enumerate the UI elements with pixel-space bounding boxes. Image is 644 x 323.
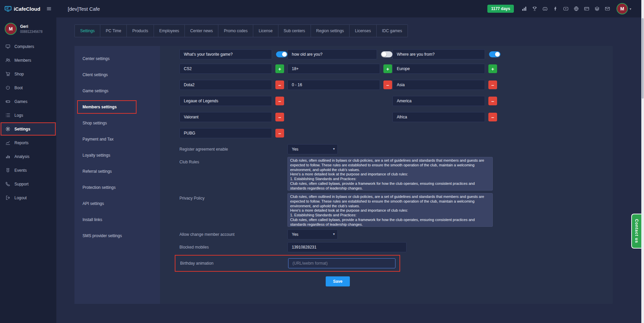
age-option-input[interactable]	[287, 80, 380, 90]
privacy-policy-textarea[interactable]: Club rules, often outlined in bylaws or …	[287, 193, 493, 227]
discord-icon[interactable]	[542, 6, 548, 11]
page-scrollbar[interactable]	[641, 0, 644, 323]
medal-icon	[5, 168, 11, 173]
remove-game-option-button[interactable]: –	[275, 129, 284, 138]
layers-icon[interactable]	[594, 6, 600, 11]
sidebar-item-logs[interactable]: Logs	[0, 108, 56, 122]
sidebar-item-computers[interactable]: Computers	[0, 40, 56, 53]
globe-icon[interactable]	[574, 6, 579, 11]
menu-install-links[interactable]: Install links	[74, 212, 160, 228]
user-menu-button[interactable]: M ▾	[616, 3, 631, 14]
question-region-toggle[interactable]	[489, 51, 500, 57]
menu-members-settings[interactable]: Members settings	[74, 99, 160, 115]
add-region-option-button[interactable]: +	[488, 64, 497, 73]
bank-card-icon[interactable]	[584, 6, 589, 11]
tab-promo-codes[interactable]: Promo codes	[218, 25, 253, 37]
remove-region-option-button[interactable]: –	[488, 80, 497, 89]
remove-age-option-button[interactable]: –	[383, 80, 392, 89]
club-rules-row: Club Rules Club rules, often outlined in…	[179, 157, 613, 191]
trophy-icon[interactable]	[532, 6, 537, 11]
game-option-input[interactable]	[179, 80, 272, 90]
remove-game-option-button[interactable]: –	[275, 113, 284, 121]
question-game-toggle[interactable]	[276, 51, 287, 57]
menu-api-settings[interactable]: API settings	[74, 196, 160, 212]
allow-change-select[interactable]: Yes	[287, 229, 338, 239]
region-option-input[interactable]	[392, 80, 485, 90]
member-questions-grid: + – – – –	[179, 49, 613, 144]
add-age-option-button[interactable]: +	[383, 64, 392, 73]
sidebar-item-shop[interactable]: Shop	[0, 67, 56, 81]
sidebar-item-label: Logout	[14, 196, 27, 200]
save-button[interactable]: Save	[326, 276, 350, 286]
game-option-input[interactable]	[179, 64, 272, 74]
tab-idc-games[interactable]: IDC games	[377, 25, 408, 37]
menu-shop-settings[interactable]: Shop settings	[74, 115, 160, 131]
menu-center-settings[interactable]: Center settings	[74, 51, 160, 67]
tab-region-settings[interactable]: Region settings	[311, 25, 350, 37]
allow-change-select-wrap: Yes ▾	[287, 229, 338, 239]
menu-loyalty-settings[interactable]: Loyalty settings	[74, 147, 160, 163]
game-option-input[interactable]	[179, 96, 272, 106]
sidebar-item-reports[interactable]: Reports	[0, 136, 56, 150]
question-game-input[interactable]	[179, 49, 272, 59]
sidebar-item-label: Support	[14, 182, 29, 186]
privacy-policy-label: Privacy Policy	[179, 193, 287, 201]
tab-products[interactable]: Products	[127, 25, 154, 37]
tab-licenses[interactable]: Licenses	[350, 25, 376, 37]
menu-sms-provider-settings[interactable]: SMS provider settings	[74, 228, 160, 244]
age-option-input[interactable]	[287, 64, 380, 74]
tab-pc-time[interactable]: PC Time	[100, 25, 127, 37]
remove-region-option-button[interactable]: –	[488, 113, 497, 121]
sidebar: M Geri 008812345678 Computers Members Sh…	[0, 17, 56, 323]
add-game-option-button[interactable]: +	[275, 64, 284, 73]
game-option-input[interactable]	[179, 128, 272, 138]
tab-center-news[interactable]: Center news	[185, 25, 218, 37]
register-agreement-select[interactable]: Yes	[287, 144, 338, 154]
sidebar-item-games[interactable]: Games	[0, 95, 56, 108]
club-rules-textarea[interactable]: Club rules, often outlined in bylaws or …	[287, 157, 493, 191]
tab-license[interactable]: License	[253, 25, 278, 37]
sidebar-item-boot[interactable]: Boot	[0, 81, 56, 95]
subscription-days-badge[interactable]: 1177 days	[487, 5, 514, 13]
menu-toggle-icon[interactable]	[46, 6, 52, 11]
region-option-input[interactable]	[392, 64, 485, 74]
header-left: iCafeCloud	[0, 6, 56, 12]
youtube-icon[interactable]	[563, 6, 569, 11]
main-content: Settings PC Time Products Employees Cent…	[56, 17, 644, 323]
contact-us-button[interactable]: Contact us	[631, 214, 641, 249]
stats-icon[interactable]	[522, 6, 527, 11]
sidebar-item-support[interactable]: Support	[0, 177, 56, 191]
page-scrollbar-thumb[interactable]	[642, 18, 644, 99]
blocked-mobiles-input[interactable]	[287, 242, 407, 252]
game-option-input[interactable]	[179, 112, 272, 122]
sidebar-item-analysis[interactable]: Analysis	[0, 150, 56, 163]
menu-client-settings[interactable]: Client settings	[74, 67, 160, 83]
question-age-input[interactable]	[287, 49, 377, 59]
sidebar-item-label: Analysis	[14, 154, 30, 159]
menu-payment-and-tax[interactable]: Payment and Tax	[74, 131, 160, 147]
menu-protection-settings[interactable]: Protection settings	[74, 179, 160, 196]
tab-settings[interactable]: Settings	[75, 25, 100, 37]
sidebar-item-logout[interactable]: Logout	[0, 191, 56, 205]
remove-game-option-button[interactable]: –	[275, 80, 284, 89]
tab-sub-centers[interactable]: Sub centers	[278, 25, 311, 37]
region-option-input[interactable]	[392, 112, 485, 122]
remove-game-option-button[interactable]: –	[275, 97, 284, 105]
logo-text: iCafeCloud	[14, 6, 40, 12]
sidebar-item-settings[interactable]: Settings	[0, 122, 56, 136]
cafe-title: [dev]Test Cafe	[68, 6, 100, 12]
sidebar-item-members[interactable]: Members	[0, 53, 56, 67]
tab-employees[interactable]: Employees	[154, 25, 185, 37]
region-option-input[interactable]	[392, 96, 485, 106]
sidebar-item-events[interactable]: Events	[0, 163, 56, 177]
mail-icon[interactable]	[605, 6, 610, 11]
facebook-icon[interactable]	[553, 6, 558, 11]
menu-referral-settings[interactable]: Referral settings	[74, 163, 160, 179]
question-age-toggle[interactable]	[381, 51, 392, 57]
remove-region-option-button[interactable]: –	[488, 97, 497, 105]
question-region-input[interactable]	[392, 49, 485, 59]
question-column-game: + – – – –	[179, 49, 287, 144]
menu-game-settings[interactable]: Game settings	[74, 83, 160, 99]
birthday-animation-input[interactable]	[288, 258, 395, 268]
icafecloud-logo[interactable]: iCafeCloud	[5, 6, 40, 12]
